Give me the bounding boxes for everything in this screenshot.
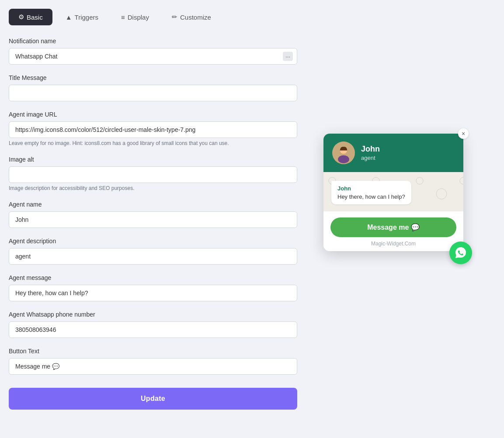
tab-bar: ⚙ Basic ▲ Triggers ≡ Display ✏ Customize bbox=[9, 9, 495, 25]
image-alt-hint: Image description for accessibility and … bbox=[9, 185, 297, 191]
wa-agent-desc: agent bbox=[361, 155, 380, 161]
wa-branding: Magic-Widget.Com bbox=[330, 241, 456, 247]
title-message-field: Title Message bbox=[9, 74, 297, 101]
update-button[interactable]: Update bbox=[9, 388, 297, 410]
tab-triggers[interactable]: ▲ Triggers bbox=[56, 9, 108, 25]
agent-message-input[interactable] bbox=[9, 285, 297, 301]
agent-phone-field: Agent Whatsapp phone number bbox=[9, 311, 297, 338]
svg-point-2 bbox=[338, 155, 349, 163]
agent-name-field: Agent name bbox=[9, 201, 297, 228]
button-text-field: Button Text bbox=[9, 348, 297, 375]
tab-customize[interactable]: ✏ Customize bbox=[162, 9, 221, 25]
agent-description-field: Agent description bbox=[9, 238, 297, 265]
triggers-icon: ▲ bbox=[66, 14, 72, 21]
wa-card-body: John Hey there, how can I help? bbox=[323, 172, 463, 211]
wa-agent-info: John agent bbox=[361, 145, 380, 161]
avatar bbox=[332, 141, 355, 164]
wa-agent-name: John bbox=[361, 145, 380, 154]
agent-phone-input[interactable] bbox=[9, 321, 297, 338]
tab-display[interactable]: ≡ Display bbox=[111, 9, 159, 25]
tab-basic[interactable]: ⚙ Basic bbox=[9, 9, 52, 25]
agent-phone-label: Agent Whatsapp phone number bbox=[9, 311, 297, 318]
agent-name-label: Agent name bbox=[9, 201, 297, 208]
emoji-picker-button[interactable]: ··· bbox=[283, 52, 293, 61]
agent-name-input[interactable] bbox=[9, 211, 297, 228]
main-layout: Notification name ··· Title Message Agen… bbox=[9, 38, 495, 410]
form-section: Notification name ··· Title Message Agen… bbox=[9, 38, 297, 410]
title-message-input[interactable] bbox=[9, 85, 297, 101]
preview-panel: × John agent bbox=[323, 38, 495, 251]
image-alt-label: Image alt bbox=[9, 156, 297, 163]
agent-image-url-field: Agent image URL Leave empty for no image… bbox=[9, 111, 297, 146]
display-icon: ≡ bbox=[121, 14, 125, 21]
agent-message-label: Agent message bbox=[9, 274, 297, 281]
notification-name-field: Notification name ··· bbox=[9, 38, 297, 65]
wa-message-bubble: John Hey there, how can I help? bbox=[331, 181, 411, 204]
notification-name-input[interactable] bbox=[9, 48, 297, 65]
wa-float-button[interactable] bbox=[449, 241, 472, 264]
agent-description-input[interactable] bbox=[9, 248, 297, 265]
button-text-input[interactable] bbox=[9, 358, 297, 375]
close-button[interactable]: × bbox=[458, 128, 469, 139]
wa-card-header: John agent bbox=[323, 134, 463, 172]
image-alt-input[interactable] bbox=[9, 166, 297, 183]
notification-name-label: Notification name bbox=[9, 38, 297, 45]
wa-card-footer: Message me 💬 Magic-Widget.Com bbox=[323, 211, 463, 251]
customize-icon: ✏ bbox=[172, 13, 177, 21]
title-message-label: Title Message bbox=[9, 74, 297, 81]
wa-bubble-name: John bbox=[337, 185, 405, 192]
wa-message-button[interactable]: Message me 💬 bbox=[330, 217, 456, 237]
agent-message-field: Agent message bbox=[9, 274, 297, 301]
agent-image-url-input[interactable] bbox=[9, 121, 297, 138]
agent-image-url-label: Agent image URL bbox=[9, 111, 297, 118]
agent-image-url-hint: Leave empty for no image. Hint: icons8.c… bbox=[9, 140, 297, 146]
whatsapp-widget-card: × John agent bbox=[323, 134, 463, 251]
wa-bubble-text: Hey there, how can I help? bbox=[337, 193, 405, 200]
agent-description-label: Agent description bbox=[9, 238, 297, 245]
gear-icon: ⚙ bbox=[18, 13, 24, 21]
image-alt-field: Image alt Image description for accessib… bbox=[9, 156, 297, 191]
button-text-label: Button Text bbox=[9, 348, 297, 355]
notification-name-input-wrapper: ··· bbox=[9, 48, 297, 65]
